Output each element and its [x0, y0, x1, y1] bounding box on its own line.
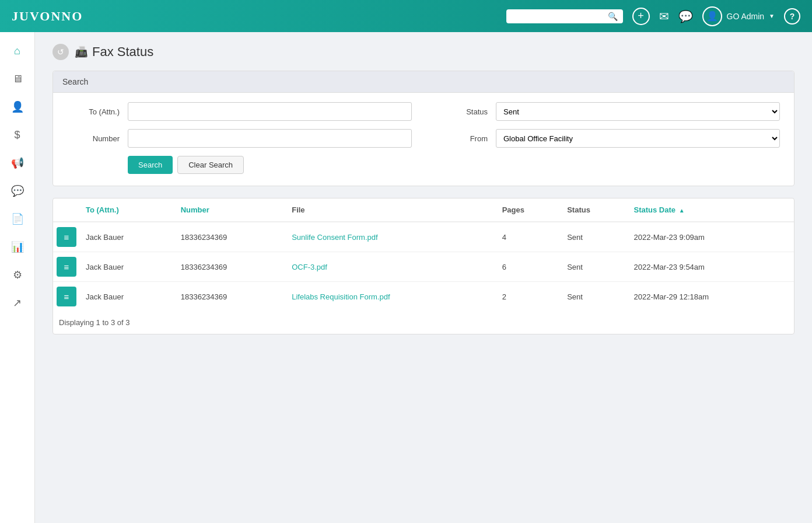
row-file: Sunlife Consent Form.pdf: [286, 222, 496, 252]
user-label: GO Admin: [727, 12, 765, 21]
fax-icon: 📠: [75, 46, 88, 58]
search-panel: Search To (Attn.) Status All Sent Fai: [52, 71, 794, 186]
results-table: To (Attn.) Number File Pages Status Stat…: [53, 198, 794, 311]
row-status-date: 2022-Mar-23 9:54am: [628, 252, 794, 282]
search-panel-header: Search: [53, 71, 794, 93]
sidebar-item-documents[interactable]: 📄: [5, 206, 30, 232]
to-attn-input[interactable]: [128, 102, 412, 121]
search-icon: 🔍: [608, 12, 618, 21]
file-link[interactable]: Sunlife Consent Form.pdf: [292, 233, 377, 242]
search-form: To (Attn.) Status All Sent Failed Pendin…: [67, 102, 780, 174]
chevron-down-icon: ▼: [769, 13, 775, 19]
row-to-attn: Jack Bauer: [80, 282, 175, 312]
row-pages: 6: [496, 252, 562, 282]
col-status-date[interactable]: Status Date ▲: [628, 198, 794, 222]
row-number: 18336234369: [175, 252, 286, 282]
add-button[interactable]: +: [632, 8, 650, 25]
sidebar: ⌂ 🖥 👤 $ 📢 💬 📄 📊 ⚙ ↗: [0, 32, 35, 523]
row-action-icon[interactable]: ≡: [57, 257, 76, 277]
col-pages: Pages: [496, 198, 562, 222]
from-select[interactable]: Global Office Facility: [496, 129, 780, 148]
search-button[interactable]: Search: [128, 156, 173, 174]
table-row: ≡Jack Bauer18336234369OCF-3.pdf6Sent2022…: [53, 252, 794, 282]
table-body: ≡Jack Bauer18336234369Sunlife Consent Fo…: [53, 222, 794, 311]
col-to-attn[interactable]: To (Attn.): [80, 198, 175, 222]
sidebar-item-user[interactable]: 👤: [5, 94, 30, 120]
sidebar-item-home[interactable]: ⌂: [5, 38, 30, 64]
number-input[interactable]: [128, 129, 412, 148]
main-layout: ⌂ 🖥 👤 $ 📢 💬 📄 📊 ⚙ ↗ ↺ 📠 Fax Status Searc…: [0, 32, 812, 523]
col-status: Status: [561, 198, 628, 222]
chat-button[interactable]: 💬: [678, 9, 693, 23]
row-action-icon[interactable]: ≡: [57, 287, 76, 306]
sidebar-item-settings[interactable]: ⚙: [5, 262, 30, 288]
number-label: Number: [67, 134, 120, 143]
row-status: Sent: [561, 282, 628, 312]
col-icon: [53, 198, 80, 222]
row-status-date: 2022-Mar-23 9:09am: [628, 222, 794, 252]
sidebar-item-export[interactable]: ↗: [5, 290, 30, 316]
status-label: Status: [435, 107, 488, 116]
user-menu[interactable]: 👤 GO Admin ▼: [702, 6, 775, 26]
results-table-container: To (Attn.) Number File Pages Status Stat…: [52, 198, 794, 334]
row-action-cell: ≡: [53, 222, 80, 252]
status-row: Status All Sent Failed Pending: [435, 102, 780, 121]
sort-arrow-icon: ▲: [679, 207, 685, 214]
sidebar-item-billing[interactable]: $: [5, 122, 30, 148]
page-header: ↺ 📠 Fax Status: [52, 44, 794, 60]
mail-button[interactable]: ✉: [659, 9, 669, 23]
sidebar-item-monitor[interactable]: 🖥: [5, 66, 30, 92]
table-header: To (Attn.) Number File Pages Status Stat…: [53, 198, 794, 222]
row-to-attn: Jack Bauer: [80, 222, 175, 252]
from-row: From Global Office Facility: [435, 129, 780, 148]
clear-search-button[interactable]: Clear Search: [177, 156, 244, 174]
from-label: From: [435, 134, 488, 143]
row-pages: 2: [496, 282, 562, 312]
sidebar-item-chat[interactable]: 💬: [5, 178, 30, 204]
table-row: ≡Jack Bauer18336234369Sunlife Consent Fo…: [53, 222, 794, 252]
page-title: 📠 Fax Status: [75, 44, 153, 60]
row-number: 18336234369: [175, 222, 286, 252]
content-area: ↺ 📠 Fax Status Search To (Attn.) Status: [35, 32, 812, 523]
col-number[interactable]: Number: [175, 198, 286, 222]
row-file: OCF-3.pdf: [286, 252, 496, 282]
logo: JUVONNO: [12, 9, 83, 24]
sidebar-item-marketing[interactable]: 📢: [5, 150, 30, 176]
add-circle-icon: +: [632, 8, 650, 25]
search-panel-body: To (Attn.) Status All Sent Failed Pendin…: [53, 93, 794, 186]
col-file: File: [286, 198, 496, 222]
to-attn-label: To (Attn.): [67, 107, 120, 116]
search-buttons: Search Clear Search: [67, 156, 412, 174]
help-button[interactable]: ?: [784, 8, 800, 25]
file-link[interactable]: Lifelabs Requisition Form.pdf: [292, 292, 390, 301]
table-row: ≡Jack Bauer18336234369Lifelabs Requisiti…: [53, 282, 794, 312]
to-attn-row: To (Attn.): [67, 102, 412, 121]
row-to-attn: Jack Bauer: [80, 252, 175, 282]
row-file: Lifelabs Requisition Form.pdf: [286, 282, 496, 312]
number-row: Number: [67, 129, 412, 148]
row-status: Sent: [561, 252, 628, 282]
back-button[interactable]: ↺: [52, 44, 69, 60]
row-status: Sent: [561, 222, 628, 252]
row-action-icon[interactable]: ≡: [57, 227, 76, 247]
sidebar-item-reports[interactable]: 📊: [5, 234, 30, 260]
topnav: JUVONNO 🔍 + ✉ 💬 👤 GO Admin ▼ ?: [0, 0, 812, 32]
row-action-cell: ≡: [53, 282, 80, 312]
avatar: 👤: [702, 6, 722, 26]
global-search[interactable]: 🔍: [506, 9, 623, 23]
row-action-cell: ≡: [53, 252, 80, 282]
row-number: 18336234369: [175, 282, 286, 312]
row-status-date: 2022-Mar-29 12:18am: [628, 282, 794, 312]
global-search-input[interactable]: [511, 12, 604, 20]
status-select[interactable]: All Sent Failed Pending: [496, 102, 780, 121]
file-link[interactable]: OCF-3.pdf: [292, 263, 327, 271]
displaying-text: Displaying 1 to 3 of 3: [53, 311, 794, 334]
row-pages: 4: [496, 222, 562, 252]
